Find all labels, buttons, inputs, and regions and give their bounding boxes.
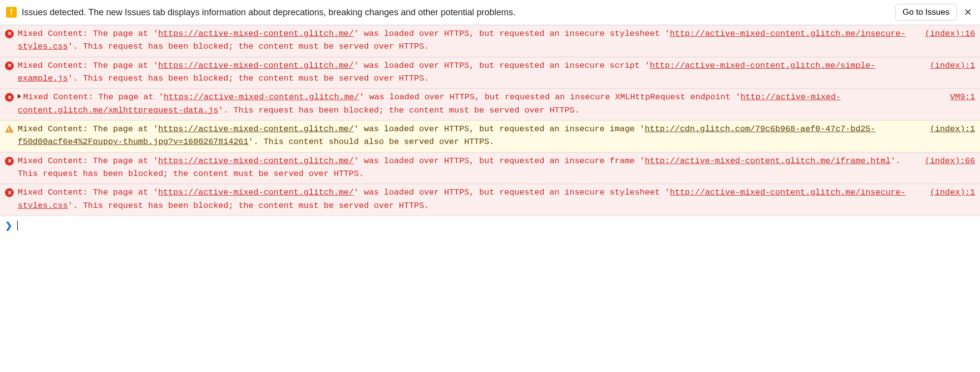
close-icon[interactable]: ✕ — [962, 6, 974, 18]
console-log: Mixed Content: The page at 'https://acti… — [0, 25, 980, 216]
message-body: Mixed Content: The page at 'https://acti… — [18, 123, 920, 149]
message-body: Mixed Content: The page at 'https://acti… — [18, 59, 920, 86]
message-body: Mixed Content: The page at 'https://acti… — [18, 91, 940, 117]
message-text: ' was loaded over HTTPS, but requested a… — [354, 188, 670, 197]
error-icon — [5, 188, 14, 197]
page-url-link[interactable]: https://active-mixed-content.glitch.me/ — [158, 156, 354, 166]
message-text: ' was loaded over HTTPS, but requested a… — [354, 61, 650, 70]
message-body: Mixed Content: The page at 'https://acti… — [18, 186, 920, 212]
error-icon — [5, 93, 14, 102]
page-url-link[interactable]: https://active-mixed-content.glitch.me/ — [158, 29, 354, 38]
console-message: Mixed Content: The page at 'https://acti… — [0, 184, 980, 216]
page-url-link[interactable]: https://active-mixed-content.glitch.me/ — [164, 92, 359, 102]
message-text: '. This request has been blocked; the co… — [68, 201, 429, 210]
message-text: '. This request has been blocked; the co… — [218, 106, 580, 115]
message-text: Mixed Content: The page at ' — [18, 156, 158, 166]
source-link[interactable]: (index):1 — [920, 123, 975, 136]
console-prompt[interactable]: ❯ — [0, 216, 980, 235]
console-input[interactable] — [18, 221, 975, 231]
page-url-link[interactable]: https://active-mixed-content.glitch.me/ — [158, 61, 354, 70]
message-text: Mixed Content: The page at ' — [18, 124, 158, 134]
message-text: ' was loaded over HTTPS, but requested a… — [354, 29, 670, 38]
message-text: '. This content should also be served ov… — [248, 137, 494, 146]
console-message: Mixed Content: The page at 'https://acti… — [0, 88, 980, 120]
error-icon — [5, 157, 14, 166]
message-text: ' was loaded over HTTPS, but requested a… — [354, 156, 645, 166]
issues-bar: ! Issues detected. The new Issues tab di… — [0, 0, 980, 25]
page-url-link[interactable]: https://active-mixed-content.glitch.me/ — [158, 188, 354, 197]
source-link[interactable]: VM9:1 — [940, 91, 975, 104]
error-icon — [5, 61, 14, 70]
issues-text: Issues detected. The new Issues tab disp… — [22, 7, 891, 18]
source-link[interactable]: (index):1 — [920, 186, 975, 199]
console-message: Mixed Content: The page at 'https://acti… — [0, 152, 980, 184]
expand-icon[interactable] — [18, 94, 21, 99]
message-text: Mixed Content: The page at ' — [18, 29, 158, 38]
console-message: Mixed Content: The page at 'https://acti… — [0, 25, 980, 57]
message-text: ' was loaded over HTTPS, but requested a… — [359, 92, 741, 102]
message-text: ' was loaded over HTTPS, but requested a… — [354, 124, 645, 134]
page-url-link[interactable]: https://active-mixed-content.glitch.me/ — [158, 124, 354, 134]
message-text: Mixed Content: The page at ' — [18, 61, 158, 70]
message-text: '. This request has been blocked; the co… — [68, 42, 429, 51]
console-message: Mixed Content: The page at 'https://acti… — [0, 57, 980, 89]
message-text: Mixed Content: The page at ' — [18, 188, 158, 197]
message-body: Mixed Content: The page at 'https://acti… — [18, 28, 915, 54]
message-text: Mixed Content: The page at ' — [23, 92, 164, 102]
source-link[interactable]: (index):16 — [915, 28, 975, 40]
warning-icon — [5, 125, 14, 133]
message-text: '. This request has been blocked; the co… — [68, 74, 429, 83]
go-to-issues-button[interactable]: Go to Issues — [895, 4, 957, 21]
source-link[interactable]: (index):66 — [915, 155, 975, 168]
error-icon — [5, 29, 14, 38]
console-message: Mixed Content: The page at 'https://acti… — [0, 120, 980, 152]
chevron-right-icon: ❯ — [5, 220, 12, 231]
issues-badge-icon: ! — [6, 7, 17, 18]
resource-url-link[interactable]: http://active-mixed-content.glitch.me/if… — [645, 156, 891, 166]
source-link[interactable]: (index):1 — [920, 59, 975, 72]
message-body: Mixed Content: The page at 'https://acti… — [18, 155, 915, 181]
